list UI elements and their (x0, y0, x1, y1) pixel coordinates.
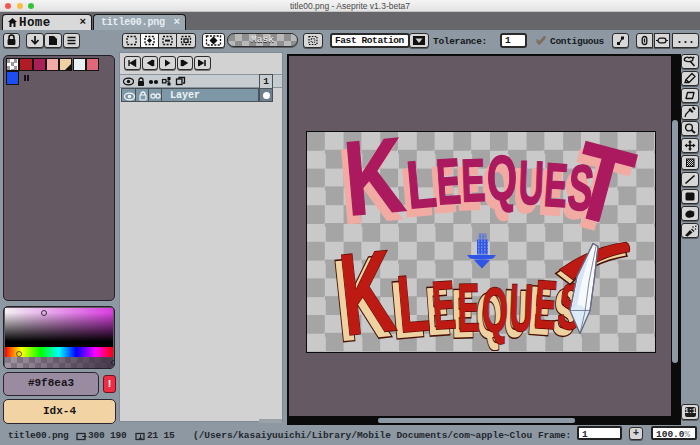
svg-text:U: U (517, 147, 544, 217)
svg-text:K: K (339, 132, 408, 237)
svg-text:L: L (393, 257, 432, 349)
svg-text:E: E (456, 269, 479, 346)
svg-text:Q: Q (487, 141, 517, 211)
svg-text:E: E (433, 144, 462, 217)
svg-text:Q: Q (482, 273, 508, 343)
svg-text:U: U (508, 269, 534, 345)
svg-text:K: K (333, 224, 399, 350)
svg-text:E: E (460, 145, 486, 214)
svg-text:T: T (560, 132, 644, 249)
